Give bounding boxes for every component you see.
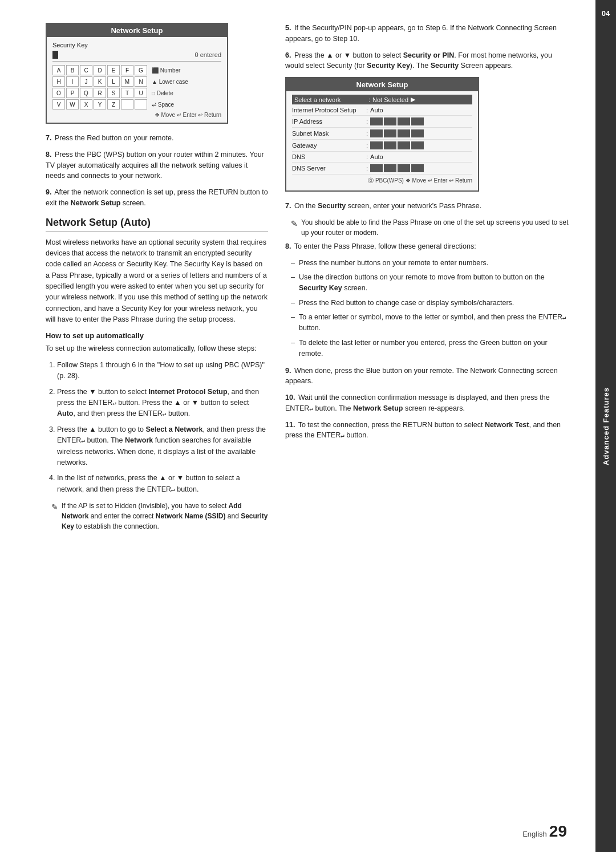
ip-block-1: [370, 117, 383, 125]
kb-key-e[interactable]: E: [107, 65, 120, 75]
kb-row-1: A B C D E F G ⬛ Number: [52, 65, 221, 75]
kb-key-y[interactable]: Y: [94, 99, 106, 109]
kb-key-u[interactable]: U: [135, 88, 147, 98]
kb-key-blank1[interactable]: [121, 99, 133, 109]
kb-key-c[interactable]: C: [80, 65, 92, 75]
right-step-11-num: 11.: [285, 421, 295, 429]
subnet-pixel-blocks: [370, 129, 424, 137]
net2-row-select[interactable]: Select a network : Not Selected ▶: [292, 95, 472, 105]
net2-label-protocol: Internet Protocol Setup: [292, 107, 366, 113]
kb-key-b[interactable]: B: [66, 65, 79, 75]
side-tab-text: Advanced Features: [602, 387, 610, 465]
dash-item-3: Press the Red button to change case or d…: [291, 298, 573, 309]
net2-nav: ⓪ PBC(WPS) ❖ Move ↵ Enter ↩ Return: [292, 177, 472, 187]
colon-sep-ip: :: [366, 118, 368, 125]
kb-key-h[interactable]: H: [52, 76, 65, 87]
dns-block-4: [411, 164, 424, 172]
kb-key-blank2[interactable]: [135, 99, 147, 109]
net2-label-ip: IP Address: [292, 118, 366, 125]
net2-value-protocol: Auto: [370, 107, 383, 113]
kb-key-n[interactable]: N: [135, 76, 147, 87]
left-column: Network Setup Security Key 0 entered A B: [46, 23, 268, 535]
right-note-7: ✎ You should be able to find the Pass Ph…: [291, 217, 573, 238]
right-step-10-text: Wait until the connection confirmation m…: [285, 393, 550, 412]
keyboard-box-body: Security Key 0 entered A B C D: [47, 37, 227, 123]
ip-block-3: [398, 117, 410, 125]
right-step-10: 10. Wait until the connection confirmati…: [285, 392, 573, 414]
kb-key-p[interactable]: P: [66, 88, 79, 98]
kb-key-l[interactable]: L: [107, 76, 120, 87]
left-step-7-num: 7.: [46, 134, 51, 142]
dash-item-5: To delete the last letter or number you …: [291, 338, 573, 360]
kb-label-space: ⇌ Space: [152, 102, 174, 108]
section-heading: Network Setup (Auto): [46, 217, 268, 232]
kb-key-i[interactable]: I: [66, 76, 79, 87]
side-tab-number: 04: [602, 9, 610, 18]
key-cursor: [52, 51, 58, 59]
kb-key-k[interactable]: K: [94, 76, 106, 87]
left-ol-step-1-text: Follow Steps 1 through 6 in the "How to …: [57, 361, 265, 380]
colon-sep-dns: :: [366, 153, 368, 160]
kb-key-j[interactable]: J: [80, 76, 92, 87]
left-note: ✎ If the AP is set to Hidden (Invisible)…: [51, 501, 268, 532]
net2-value-dns: Auto: [370, 153, 383, 160]
kb-row-3: O P Q R S T U □ Delete: [52, 88, 221, 98]
subnet-block-1: [370, 129, 383, 137]
left-step-7-text: Press the Red button on your remote.: [55, 134, 173, 142]
security-key-label: Security Key: [52, 42, 221, 48]
left-step-9: 9. After the network connection is set u…: [46, 187, 268, 209]
keyboard-network-box: Network Setup Security Key 0 entered A B: [46, 23, 228, 124]
ip-block-4: [411, 117, 424, 125]
kb-key-f[interactable]: F: [121, 65, 133, 75]
note-text: If the AP is set to Hidden (Invisible), …: [62, 501, 268, 532]
kb-key-o[interactable]: O: [52, 88, 65, 98]
right-step-5-num: 5.: [285, 24, 291, 32]
key-input-row: 0 entered: [52, 51, 221, 62]
ip-pixel-blocks: [370, 117, 424, 125]
main-content: Network Setup Security Key 0 entered A B: [0, 0, 595, 852]
kb-key-a[interactable]: A: [52, 65, 65, 75]
kb-key-v[interactable]: V: [52, 99, 65, 109]
kb-key-r[interactable]: R: [94, 88, 106, 98]
right-step-9: 9. When done, press the Blue button on y…: [285, 366, 573, 387]
kb-key-w[interactable]: W: [66, 99, 79, 109]
net2-arrow-select: ▶: [411, 96, 415, 103]
page-footer: English 29: [522, 822, 567, 841]
kb-key-s[interactable]: S: [107, 88, 120, 98]
right-step-5-text: If the Security/PIN pop-up appears, go t…: [285, 24, 557, 43]
right-step-6-num: 6.: [285, 51, 291, 59]
right-step-8-num: 8.: [285, 242, 291, 250]
right-step-9-num: 9.: [285, 367, 291, 375]
ip-block-2: [384, 117, 396, 125]
kb-key-m[interactable]: M: [121, 76, 133, 87]
left-ol-step-3: Press the ▲ button to go to Select a Net…: [57, 424, 268, 469]
kb-key-g[interactable]: G: [135, 65, 147, 75]
right-step-9-text: When done, press the Blue button on your…: [285, 367, 558, 386]
colon-sep-gateway: :: [366, 142, 368, 149]
network-select-box: Network Setup Select a network : Not Sel…: [285, 77, 479, 192]
page-container: Network Setup Security Key 0 entered A B: [0, 0, 616, 852]
right-step-6: 6. Press the ▲ or ▼ button to select Sec…: [285, 50, 573, 72]
kb-label-number: ⬛ Number: [152, 67, 180, 74]
left-step-9-num: 9.: [46, 188, 51, 196]
dns-server-pixel-blocks: [370, 164, 424, 172]
content-columns: Network Setup Security Key 0 entered A B: [46, 23, 573, 535]
right-step-8: 8. To enter the Pass Phrase, follow thes…: [285, 241, 573, 252]
right-step-11-text: To test the connection, press the RETURN…: [285, 421, 561, 440]
net2-body: Select a network : Not Selected ▶ Intern…: [286, 91, 478, 190]
note-pencil-icon-7: ✎: [291, 218, 298, 238]
kb-key-d[interactable]: D: [94, 65, 106, 75]
gateway-pixel-blocks: [370, 141, 424, 149]
left-step-7: 7. Press the Red button on your remote.: [46, 133, 268, 144]
kb-key-x[interactable]: X: [80, 99, 92, 109]
footer-page-number: 29: [549, 822, 567, 841]
kb-row-4: V W X Y Z ⇌ Space: [52, 99, 221, 109]
right-column: 5. If the Security/PIN pop-up appears, g…: [285, 23, 573, 535]
kb-key-t[interactable]: T: [121, 88, 133, 98]
gateway-block-1: [370, 141, 383, 149]
kb-key-q[interactable]: Q: [80, 88, 92, 98]
net2-row-ip: IP Address :: [292, 116, 472, 128]
kb-key-z[interactable]: Z: [107, 99, 120, 109]
net2-row-dns: DNS : Auto: [292, 152, 472, 163]
right-step-5: 5. If the Security/PIN pop-up appears, g…: [285, 23, 573, 44]
